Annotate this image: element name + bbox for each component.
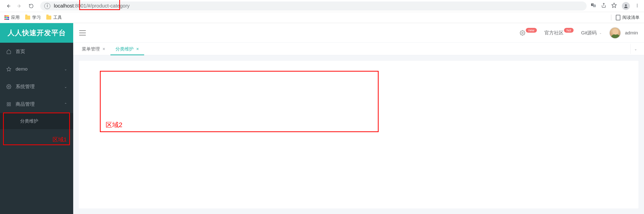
bookmark-apps-label: 应用	[11, 15, 20, 20]
gear-icon	[520, 30, 525, 36]
settings-badge: new	[526, 28, 537, 33]
header-right: new 官方社区 hot Git源码 ⌄ admin	[520, 27, 638, 39]
chevron-down-icon: ⌄	[64, 67, 67, 71]
annotation-label-2: 区域2	[106, 121, 122, 129]
url-path: /#/product-category	[86, 3, 130, 9]
site-info-icon[interactable]: i	[44, 3, 50, 9]
hamburger-icon[interactable]	[79, 30, 86, 35]
svg-point-18	[522, 32, 523, 34]
toolbar-right: 文A	[591, 2, 641, 10]
header-git[interactable]: Git源码 ⌄	[581, 30, 602, 36]
sidebar-item-label: 系统管理	[16, 83, 35, 90]
svg-rect-16	[7, 105, 8, 106]
sidebar-item-label: 商品管理	[16, 101, 35, 108]
url-host: localhost	[54, 3, 74, 9]
svg-marker-12	[7, 67, 11, 71]
translate-icon[interactable]: 文A	[591, 3, 596, 10]
community-label: 官方社区	[544, 30, 564, 36]
svg-text:文: 文	[592, 4, 594, 6]
share-icon[interactable]	[601, 3, 606, 9]
reload-button[interactable]	[26, 1, 36, 11]
forward-button[interactable]	[15, 1, 25, 11]
svg-rect-14	[7, 102, 8, 104]
close-icon[interactable]: ✕	[136, 47, 139, 51]
sidebar-item-label: 首页	[16, 48, 25, 55]
close-icon[interactable]: ✕	[102, 47, 105, 51]
git-label: Git源码	[581, 30, 597, 36]
header-user[interactable]: admin	[609, 27, 638, 39]
brand-title[interactable]: 人人快速开发平台	[0, 23, 73, 43]
back-button[interactable]	[3, 1, 13, 11]
bookmark-apps[interactable]: 应用	[5, 15, 20, 20]
app-container: 人人快速开发平台 首页 demo ⌄ 系统管理 ⌄ 商品管理	[0, 23, 644, 214]
community-badge: hot	[564, 28, 574, 33]
svg-marker-7	[612, 3, 616, 7]
profile-icon[interactable]	[622, 2, 630, 10]
folder-icon	[46, 16, 51, 20]
bookmark-folder-tools[interactable]: 工具	[46, 15, 62, 20]
annotation-label-1: 区域1	[53, 136, 67, 143]
svg-point-10	[637, 5, 638, 6]
apps-icon	[5, 15, 9, 20]
sidebar-item-system[interactable]: 系统管理 ⌄	[0, 78, 73, 95]
star-icon	[6, 66, 12, 72]
annotation-box-2: 区域2	[100, 71, 379, 132]
sidebar-item-product[interactable]: 商品管理 ⌃	[0, 95, 73, 113]
address-bar[interactable]: i localhost:8001/#/product-category	[40, 2, 587, 11]
app-header: new 官方社区 hot Git源码 ⌄ admin	[73, 23, 644, 43]
svg-point-9	[637, 4, 638, 5]
svg-rect-15	[9, 102, 11, 104]
svg-text:A: A	[594, 5, 595, 7]
content-area: 区域2	[73, 55, 644, 214]
sidebar-subitem-category[interactable]: 分类维护	[0, 113, 73, 129]
chevron-up-icon: ⌃	[64, 102, 67, 106]
reading-list-label: 阅读清单	[622, 15, 639, 20]
tabs-dropdown[interactable]: ⌄	[630, 44, 640, 54]
tab-label: 菜单管理	[82, 46, 100, 52]
bookmark-folder-study-label: 学习	[32, 15, 41, 20]
chevron-down-icon: ⌄	[599, 31, 602, 35]
gear-icon	[6, 84, 12, 89]
svg-point-8	[625, 4, 627, 6]
avatar	[609, 27, 621, 39]
svg-point-11	[637, 6, 638, 7]
bookmark-folder-tools-label: 工具	[53, 15, 62, 20]
bookmark-folder-study[interactable]: 学习	[25, 15, 41, 20]
grid-icon	[6, 101, 12, 107]
main-area: new 官方社区 hot Git源码 ⌄ admin 菜单管理	[73, 23, 644, 214]
browser-toolbar: i localhost:8001/#/product-category 文A	[0, 0, 644, 12]
sidebar-item-label: demo	[16, 66, 28, 72]
tab-menu-manage[interactable]: 菜单管理 ✕	[77, 43, 110, 55]
folder-icon	[25, 16, 30, 20]
reading-list-icon	[616, 15, 620, 20]
chevron-down-icon: ⌄	[64, 85, 67, 89]
svg-rect-17	[9, 105, 11, 106]
reading-list-button[interactable]: 阅读清单	[611, 15, 639, 20]
menu-icon[interactable]	[635, 3, 639, 9]
svg-point-13	[8, 86, 10, 87]
content-panel: 区域2	[79, 61, 638, 208]
bookmarks-bar: 应用 学习 工具 阅读清单	[0, 12, 644, 23]
header-community[interactable]: 官方社区 hot	[544, 30, 574, 36]
star-icon[interactable]	[611, 3, 617, 10]
tab-label: 分类维护	[115, 46, 134, 52]
tabs-bar: 菜单管理 ✕ 分类维护 ✕ ⌄	[73, 43, 644, 55]
home-icon	[6, 49, 12, 54]
sidebar: 人人快速开发平台 首页 demo ⌄ 系统管理 ⌄ 商品管理	[0, 23, 73, 214]
tab-category-maintain[interactable]: 分类维护 ✕	[110, 43, 144, 55]
url-port: :8001	[74, 3, 86, 9]
header-settings[interactable]: new	[520, 30, 537, 36]
sidebar-item-home[interactable]: 首页	[0, 43, 73, 60]
sidebar-item-demo[interactable]: demo ⌄	[0, 60, 73, 78]
sidebar-subitem-label: 分类维护	[20, 118, 38, 124]
user-name: admin	[625, 30, 638, 36]
